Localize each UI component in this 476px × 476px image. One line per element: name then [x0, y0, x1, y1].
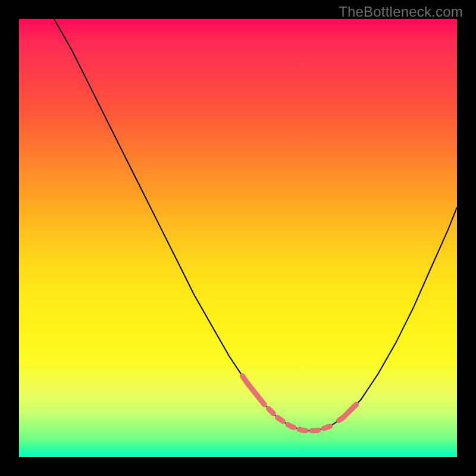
chart-stage: TheBottleneck.com [0, 0, 476, 476]
highlight-left [242, 376, 264, 405]
bottleneck-curve [54, 19, 457, 431]
plot-area [19, 19, 457, 457]
highlight-right [339, 405, 356, 421]
watermark-text: TheBottleneck.com [339, 4, 463, 20]
highlight-mid [269, 409, 330, 431]
curve-svg [19, 19, 457, 457]
